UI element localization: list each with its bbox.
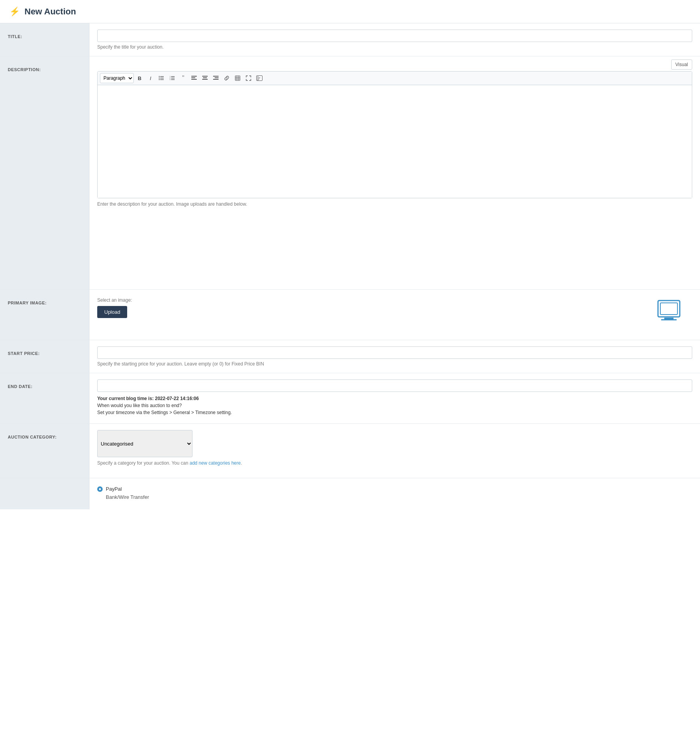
category-hint: Specify a category for your auction. You… xyxy=(97,460,692,466)
paypal-label: PayPal xyxy=(106,486,122,492)
monitor-icon xyxy=(657,300,684,323)
start-price-hint: Specify the starting price for your auct… xyxy=(97,361,692,367)
page-header: ⚡ New Auction xyxy=(0,0,700,23)
svg-rect-21 xyxy=(235,76,240,80)
unordered-list-button[interactable] xyxy=(156,73,166,83)
svg-rect-13 xyxy=(191,77,195,78)
category-select[interactable]: Uncategorised xyxy=(97,430,192,457)
auction-category-label: AUCTION CATEGORY: xyxy=(8,433,57,439)
description-editor[interactable] xyxy=(98,85,692,198)
svg-rect-12 xyxy=(191,76,197,77)
end-date-label: END DATE: xyxy=(8,383,33,389)
align-right-button[interactable] xyxy=(211,73,221,83)
svg-rect-34 xyxy=(661,319,677,320)
visual-row: Visual xyxy=(97,59,692,70)
bold-button[interactable]: B xyxy=(135,73,145,83)
svg-rect-32 xyxy=(660,303,677,315)
description-label-col: DESCRIPTION: xyxy=(0,56,89,289)
select-image-label: Select an image: xyxy=(97,297,132,303)
svg-rect-0 xyxy=(160,76,164,77)
editor-toolbar: Paragraph B I 1.2.3. " xyxy=(98,72,692,85)
svg-rect-2 xyxy=(160,79,164,80)
title-label-col: TITLE: xyxy=(0,23,89,56)
payment-paypal-item: PayPal xyxy=(97,486,692,492)
start-price-label-col: START PRICE: xyxy=(0,340,89,373)
paragraph-select[interactable]: Paragraph xyxy=(100,73,134,83)
align-left-button[interactable] xyxy=(189,73,199,83)
timezone-hint: Set your timezone via the Settings > Gen… xyxy=(97,410,692,415)
start-price-field-col: Specify the starting price for your auct… xyxy=(89,340,700,373)
svg-point-3 xyxy=(159,76,159,77)
primary-image-field-col: Select an image: Upload xyxy=(89,290,700,340)
auction-category-field-col: Uncategorised Specify a category for you… xyxy=(89,424,700,478)
svg-rect-29 xyxy=(257,79,259,80)
title-hint: Specify the title for your auction. xyxy=(97,44,692,50)
title-label: TITLE: xyxy=(8,33,22,39)
auction-category-label-col: AUCTION CATEGORY: xyxy=(0,424,89,478)
auction-icon: ⚡ xyxy=(9,7,20,17)
svg-rect-27 xyxy=(257,77,259,77)
payment-row: PayPal Bank/Wire Transfer xyxy=(0,478,700,509)
svg-rect-6 xyxy=(171,76,175,77)
main-container: TITLE: Specify the title for your auctio… xyxy=(0,23,700,729)
svg-rect-16 xyxy=(203,77,207,78)
svg-rect-14 xyxy=(191,79,197,80)
description-label: DESCRIPTION: xyxy=(8,66,41,72)
current-time-label: Your current blog time is: 2022-07-22 14… xyxy=(97,396,692,401)
start-price-row: START PRICE: Specify the starting price … xyxy=(0,340,700,373)
svg-rect-17 xyxy=(202,79,208,80)
title-row: TITLE: Specify the title for your auctio… xyxy=(0,23,700,56)
svg-rect-30 xyxy=(257,80,259,80)
title-field-col: Specify the title for your auction. xyxy=(89,23,700,56)
upload-button[interactable]: Upload xyxy=(97,306,127,318)
svg-rect-7 xyxy=(171,78,175,79)
source-button[interactable] xyxy=(254,73,264,83)
table-button[interactable] xyxy=(233,73,243,83)
link-button[interactable] xyxy=(222,73,232,83)
auction-category-row: AUCTION CATEGORY: Uncategorised Specify … xyxy=(0,424,700,478)
form-content: TITLE: Specify the title for your auctio… xyxy=(0,23,700,729)
end-date-question: When would you like this auction to end? xyxy=(97,403,692,408)
svg-point-4 xyxy=(159,78,159,79)
svg-rect-18 xyxy=(213,76,219,77)
image-preview-area: Select an image: Upload xyxy=(97,296,692,323)
add-categories-link[interactable]: add new categories here xyxy=(189,460,240,466)
visual-button[interactable]: Visual xyxy=(671,59,692,70)
end-date-row: END DATE: Your current blog time is: 202… xyxy=(0,373,700,424)
svg-rect-20 xyxy=(213,79,219,80)
end-date-input[interactable] xyxy=(97,379,692,392)
editor-wrapper: Paragraph B I 1.2.3. " xyxy=(97,71,692,198)
image-icon-area xyxy=(657,300,684,323)
payment-field-col: PayPal Bank/Wire Transfer xyxy=(89,478,700,509)
payment-label-col xyxy=(0,478,89,509)
payment-bank-item: Bank/Wire Transfer xyxy=(97,494,692,500)
blockquote-button[interactable]: " xyxy=(178,73,188,83)
ordered-list-button[interactable]: 1.2.3. xyxy=(167,73,177,83)
end-date-label-col: END DATE: xyxy=(0,373,89,423)
description-hint: Enter the description for your auction. … xyxy=(97,201,692,207)
italic-button[interactable]: I xyxy=(145,73,156,83)
start-price-input[interactable] xyxy=(97,346,692,359)
svg-rect-15 xyxy=(202,76,208,77)
svg-rect-8 xyxy=(171,79,175,80)
start-price-label: START PRICE: xyxy=(8,350,40,356)
description-row: DESCRIPTION: Visual Paragraph B I xyxy=(0,56,700,290)
primary-image-label-col: PRIMARY IMAGE: xyxy=(0,290,89,340)
svg-rect-19 xyxy=(215,77,219,78)
svg-rect-1 xyxy=(160,78,164,79)
svg-rect-33 xyxy=(664,318,674,319)
description-field-col: Visual Paragraph B I 1.2.3. xyxy=(89,56,700,289)
end-date-field-col: Your current blog time is: 2022-07-22 14… xyxy=(89,373,700,423)
title-input[interactable] xyxy=(97,30,692,42)
page-title: New Auction xyxy=(24,7,76,17)
primary-image-row: PRIMARY IMAGE: Select an image: Upload xyxy=(0,290,700,340)
align-center-button[interactable] xyxy=(200,73,210,83)
bank-label: Bank/Wire Transfer xyxy=(97,494,149,500)
paypal-radio[interactable] xyxy=(97,486,103,492)
svg-rect-28 xyxy=(257,78,260,79)
svg-point-5 xyxy=(159,79,159,80)
svg-text:3.: 3. xyxy=(170,79,171,80)
primary-image-label: PRIMARY IMAGE: xyxy=(8,299,47,305)
fullscreen-button[interactable] xyxy=(243,73,254,83)
